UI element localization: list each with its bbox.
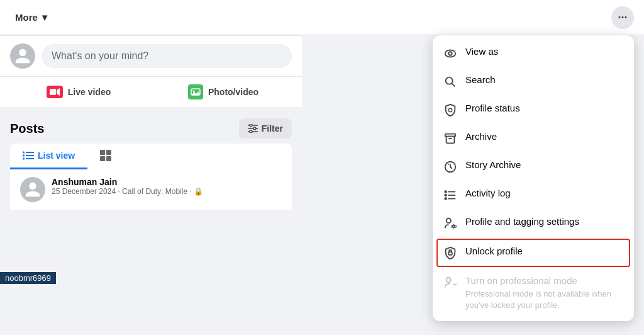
svg-point-8: [253, 127, 256, 130]
menu-text-profile-tagging: Profile and tagging settings: [465, 215, 624, 228]
svg-rect-14: [23, 152, 25, 154]
svg-point-19: [446, 77, 453, 84]
search-icon: [443, 74, 458, 89]
posts-header: Posts Filter: [10, 118, 292, 139]
menu-text-unlock-profile: Unlock profile: [465, 245, 624, 258]
menu-item-profile-tagging[interactable]: Profile and tagging settings: [433, 209, 634, 237]
svg-point-31: [447, 219, 451, 223]
menu-item-professional-mode: Turn on professional modeProfessional mo…: [433, 268, 634, 317]
video-icon: [50, 88, 60, 96]
dropdown-menu: View asSearchProfile statusArchiveStory …: [433, 35, 634, 321]
svg-point-6: [250, 124, 252, 127]
live-video-label: Live video: [68, 87, 111, 97]
posts-tabs: List view: [10, 144, 292, 169]
post-author-avatar: [20, 177, 45, 202]
photo-icon: [191, 87, 201, 97]
svg-marker-4: [191, 91, 200, 95]
svg-point-21: [448, 108, 452, 112]
filter-label: Filter: [262, 123, 283, 133]
menu-text-activity-log: Activity log: [465, 187, 624, 200]
svg-line-20: [452, 83, 455, 86]
menu-text-archive: Archive: [465, 130, 624, 143]
svg-rect-15: [23, 155, 25, 157]
nav-more-button[interactable]: More ▼: [10, 8, 55, 26]
menu-label-profile-status: Profile status: [465, 102, 624, 115]
create-post-area: What's on your mind? Live video Photo/vi…: [0, 35, 302, 107]
menu-label-activity-log: Activity log: [465, 187, 624, 200]
menu-sublabel-professional-mode: Professional mode is not available when …: [465, 288, 624, 311]
menu-label-story-archive: Story Archive: [465, 159, 624, 171]
svg-point-34: [447, 278, 451, 282]
ellipsis-icon: ···: [618, 11, 627, 25]
svg-point-30: [445, 198, 447, 200]
post-meta: 25 December 2024 · Call of Duty: Mobile …: [52, 187, 203, 196]
grid-view-icon: [100, 150, 111, 161]
list-view-icon: [23, 151, 34, 160]
menu-item-story-archive[interactable]: Story Archive: [433, 152, 634, 181]
username-text: noobmr6969: [5, 273, 51, 283]
svg-point-32: [453, 225, 455, 228]
svg-rect-22: [445, 134, 456, 137]
post-item: Anshuman Jain 25 December 2024 · Call of…: [10, 169, 292, 210]
menu-label-view-as: View as: [465, 45, 624, 58]
post-author-name: Anshuman Jain: [52, 177, 203, 187]
tab-grid-view[interactable]: [87, 144, 124, 169]
menu-label-archive: Archive: [465, 130, 624, 143]
tab-list-view[interactable]: List view: [10, 144, 87, 169]
eye-icon: [443, 46, 458, 61]
clock-icon: [443, 159, 458, 174]
chevron-down-icon: ▼: [40, 12, 50, 23]
username-tag: noobmr6969: [0, 272, 56, 284]
svg-point-17: [445, 50, 456, 57]
list-icon: [443, 188, 458, 203]
svg-point-18: [448, 52, 452, 55]
menu-item-profile-status[interactable]: Profile status: [433, 96, 634, 124]
menu-label-profile-tagging: Profile and tagging settings: [465, 215, 624, 228]
photo-video-label: Photo/video: [208, 87, 258, 97]
post-action-row: Live video Photo/video: [0, 76, 302, 107]
shield-lock-icon: [443, 246, 458, 261]
tab-list-label: List view: [38, 150, 75, 161]
posts-title: Posts: [10, 122, 44, 136]
menu-text-search: Search: [465, 74, 624, 86]
person-gear-icon: [443, 216, 458, 231]
menu-text-profile-status: Profile status: [465, 102, 624, 115]
menu-item-activity-log[interactable]: Activity log: [433, 181, 634, 209]
person-dash-icon: [443, 275, 458, 290]
svg-marker-1: [57, 88, 60, 96]
post-author-avatar-icon: [24, 181, 42, 198]
menu-item-archive[interactable]: Archive: [433, 124, 634, 152]
menu-item-view-as[interactable]: View as: [433, 39, 634, 67]
shield-icon: [443, 103, 458, 118]
menu-text-story-archive: Story Archive: [465, 159, 624, 171]
svg-rect-0: [50, 89, 56, 95]
more-label: More: [15, 12, 38, 23]
filter-button[interactable]: Filter: [239, 118, 292, 139]
menu-text-professional-mode: Turn on professional modeProfessional mo…: [465, 275, 624, 311]
post-info: Anshuman Jain 25 December 2024 · Call of…: [52, 177, 203, 196]
photo-video-button[interactable]: Photo/video: [152, 79, 294, 105]
three-dots-menu-button[interactable]: ···: [611, 6, 634, 29]
svg-point-10: [250, 130, 252, 133]
menu-item-search[interactable]: Search: [433, 67, 634, 96]
menu-text-view-as: View as: [465, 45, 624, 58]
menu-item-unlock-profile[interactable]: Unlock profile: [436, 239, 630, 267]
svg-rect-33: [448, 252, 452, 255]
menu-label-professional-mode: Turn on professional mode: [465, 275, 624, 287]
svg-point-29: [445, 195, 447, 196]
live-video-button[interactable]: Live video: [8, 79, 150, 105]
photo-video-icon: [188, 84, 203, 99]
post-placeholder: What's on your mind?: [52, 50, 148, 61]
user-avatar: [10, 43, 35, 69]
archive-icon: [443, 131, 458, 146]
svg-point-28: [445, 191, 447, 193]
svg-rect-16: [23, 158, 25, 160]
posts-section: Posts Filter List view: [0, 111, 302, 210]
create-post-row: What's on your mind?: [0, 35, 302, 76]
post-input[interactable]: What's on your mind?: [42, 44, 292, 68]
live-video-icon: [47, 86, 63, 98]
nav-bar: More ▼: [0, 0, 644, 35]
avatar-icon: [14, 47, 31, 65]
menu-label-unlock-profile: Unlock profile: [465, 245, 624, 258]
filter-icon: [248, 124, 258, 133]
